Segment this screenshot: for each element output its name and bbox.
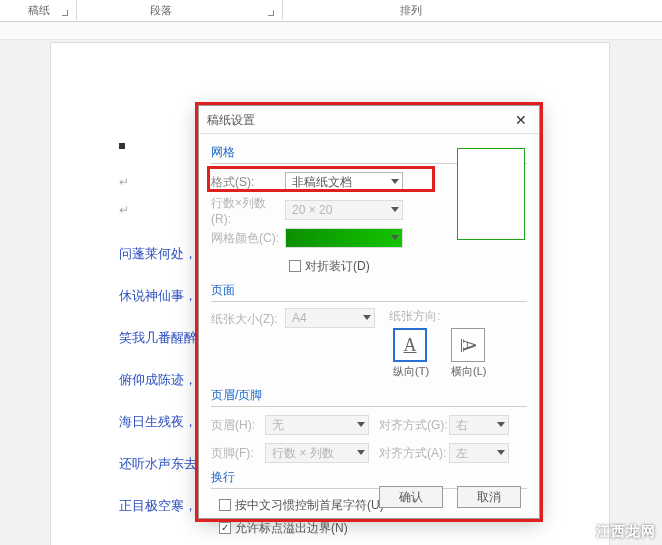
margin-marker-icon [581,103,599,121]
ribbon: 稿纸 段落 排列 [0,0,662,22]
footer-select: 行数 × 列数 [265,443,369,463]
section-label-page: 页面 [211,282,527,299]
booklet-row: 对折装订(D) [211,254,527,278]
rowscols-label: 行数×列数(R): [211,195,285,226]
orientation-landscape[interactable]: A 横向(L) [451,328,486,379]
dialog-body: 网格 格式(S): 非稿纸文档 行数×列数(R): 20 × 20 网格颜色(C… [199,134,539,545]
ribbon-group-label: 排列 [400,3,422,18]
chevron-down-icon [495,419,505,429]
orientation-group: 纸张方向: A 纵向(T) A 横向(L) [389,308,487,379]
landscape-icon: A [458,339,479,352]
header-select: 无 [265,415,369,435]
section-label-headerfooter: 页眉/页脚 [211,387,527,404]
checkbox-icon [289,260,301,272]
ruler [0,22,662,40]
checkbox-icon [219,522,231,534]
rowscols-select: 20 × 20 [285,200,403,220]
anchor-icon [119,143,125,149]
dialog-titlebar: 稿纸设置 ✕ [199,106,539,134]
orient-label: 纸张方向: [389,308,487,325]
footer-align-label: 对齐方式(A): [379,445,449,462]
chevron-down-icon [389,176,399,186]
footer-value: 行数 × 列数 [272,445,334,462]
chevron-down-icon [495,447,505,457]
format-select[interactable]: 非稿纸文档 [285,172,403,192]
chevron-down-icon [389,232,399,242]
punct-overflow-checkbox[interactable]: 允许标点溢出边界(N) [219,518,527,538]
page-row: 纸张大小(Z): A4 纸张方向: A 纵向(T) A 横向(L) [211,308,527,379]
watermark: 江西龙网 [596,523,656,541]
header-align-label: 对齐方式(G): [379,417,449,434]
header-align-value: 右 [456,417,468,434]
dialog-buttons: 确认 取消 [199,486,539,508]
papersize-select: A4 [285,308,375,328]
genko-settings-dialog: 稿纸设置 ✕ 网格 格式(S): 非稿纸文档 行数×列数(R): 20 × 20… [198,105,540,519]
footer-label: 页脚(F): [211,445,265,462]
page-preview [457,148,525,240]
cancel-button[interactable]: 取消 [457,486,521,508]
header-row: 页眉(H): 无 对齐方式(G): 右 [211,413,527,437]
ribbon-group-label: 段落 [150,3,172,18]
punct-label: 允许标点溢出边界(N) [235,520,348,537]
format-label: 格式(S): [211,174,285,191]
chevron-down-icon [389,204,399,214]
header-align-select: 右 [449,415,509,435]
dialog-title: 稿纸设置 [207,106,255,134]
rowscols-value: 20 × 20 [292,203,332,217]
booklet-label: 对折装订(D) [305,258,370,275]
margin-marker-icon [111,103,129,121]
footer-align-select: 左 [449,443,509,463]
papersize-label: 纸张大小(Z): [211,308,285,328]
booklet-checkbox[interactable]: 对折装订(D) [289,256,370,276]
orientation-portrait[interactable]: A 纵向(T) [393,328,429,379]
header-value: 无 [272,417,284,434]
header-label: 页眉(H): [211,417,265,434]
footer-row: 页脚(F): 行数 × 列数 对齐方式(A): 左 [211,441,527,465]
dialog-launcher-icon[interactable] [62,10,68,16]
paragraph-mark-icon: ↵ [119,175,129,189]
paragraph-mark-icon: ↵ [119,203,129,217]
chevron-down-icon [355,447,365,457]
gridcolor-label: 网格颜色(C): [211,230,285,247]
orient-landscape-label: 横向(L) [451,365,486,377]
close-button[interactable]: ✕ [511,110,531,130]
orient-portrait-label: 纵向(T) [393,365,429,377]
gridcolor-select [285,228,403,248]
format-value: 非稿纸文档 [292,174,352,191]
footer-align-value: 左 [456,445,468,462]
close-icon: ✕ [515,106,527,134]
chevron-down-icon [361,312,371,322]
section-label-newline: 换行 [211,469,527,486]
ribbon-group-label: 稿纸 [28,3,50,18]
ok-button[interactable]: 确认 [379,486,443,508]
dialog-launcher-icon[interactable] [268,10,274,16]
papersize-value: A4 [292,311,307,325]
portrait-icon: A [404,335,417,356]
chevron-down-icon [355,419,365,429]
